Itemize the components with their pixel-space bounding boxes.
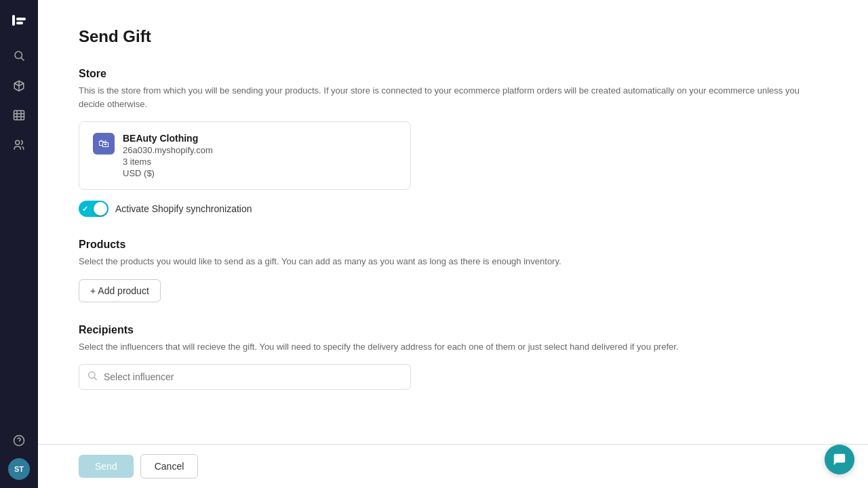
products-section-description: Select the products you would like to se…	[79, 255, 827, 268]
recipients-section-title: Recipients	[79, 324, 827, 336]
products-section-title: Products	[79, 239, 827, 251]
main-area: Send Gift Store This is the store from w…	[38, 0, 868, 488]
store-currency: USD ($)	[123, 168, 213, 178]
cancel-button[interactable]: Cancel	[140, 454, 199, 479]
page-title: Send Gift	[79, 27, 827, 46]
chat-bubble[interactable]	[825, 445, 854, 474]
recipients-section: Recipients Select the influencers that w…	[79, 324, 827, 390]
shopify-icon: 🛍	[93, 133, 115, 155]
svg-line-9	[94, 378, 97, 380]
toggle-knob	[94, 202, 107, 216]
store-name: BEAuty Clothing	[123, 133, 213, 144]
svg-point-3	[15, 52, 22, 59]
toggle-row: Activate Shopify synchronization	[79, 201, 827, 217]
content-area: Send Gift Store This is the store from w…	[38, 0, 868, 444]
influencer-search-input[interactable]	[79, 364, 411, 390]
search-icon	[87, 370, 98, 384]
products-section: Products Select the products you would l…	[79, 239, 827, 302]
svg-line-4	[21, 58, 24, 60]
sidebar: ST	[0, 0, 38, 488]
svg-point-6	[16, 140, 20, 144]
sidebar-logo	[7, 8, 31, 33]
store-card: 🛍 BEAuty Clothing 26a030.myshopify.com 3…	[79, 121, 411, 190]
store-section-title: Store	[79, 68, 827, 80]
svg-rect-1	[16, 18, 26, 20]
store-section: Store This is the store from which you w…	[79, 68, 827, 217]
svg-rect-2	[16, 22, 23, 24]
recipients-section-description: Select the influencers that will recieve…	[79, 340, 827, 354]
add-product-button[interactable]: + Add product	[79, 279, 161, 302]
svg-rect-5	[14, 110, 24, 120]
shopify-sync-toggle[interactable]	[79, 201, 108, 217]
user-avatar[interactable]: ST	[8, 458, 30, 480]
sidebar-item-search[interactable]	[7, 43, 31, 68]
store-details: BEAuty Clothing 26a030.myshopify.com 3 i…	[123, 133, 213, 178]
bottom-bar: Send Cancel	[38, 444, 868, 488]
store-url: 26a030.myshopify.com	[123, 145, 213, 155]
store-items: 3 items	[123, 157, 213, 167]
send-button[interactable]: Send	[79, 455, 134, 478]
sidebar-item-influencers[interactable]	[7, 133, 31, 157]
store-section-description: This is the store from which you will be…	[79, 84, 827, 110]
help-button[interactable]	[7, 428, 31, 453]
toggle-label: Activate Shopify synchronization	[115, 203, 252, 214]
sidebar-item-campaigns[interactable]	[7, 73, 31, 98]
sidebar-item-products[interactable]	[7, 103, 31, 127]
svg-point-8	[89, 372, 95, 378]
influencer-search-wrapper	[79, 364, 411, 390]
svg-rect-0	[12, 15, 15, 26]
